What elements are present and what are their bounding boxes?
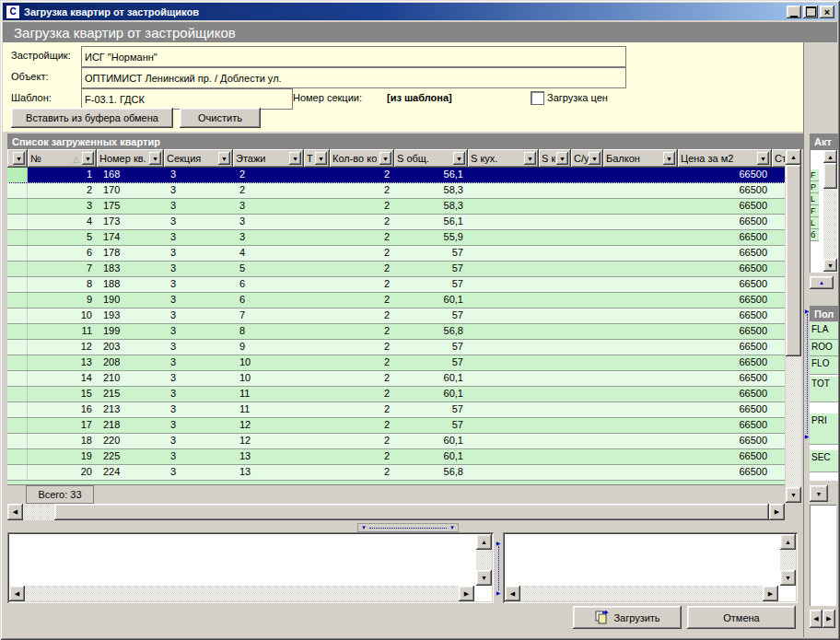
- grid-row[interactable]: 15215311260,166500: [7, 387, 785, 402]
- grid-row[interactable]: 1621331125766500: [7, 402, 785, 418]
- maximize-button[interactable]: [803, 6, 818, 18]
- column-header[interactable]: №: [28, 149, 97, 168]
- grid-row[interactable]: 1119938256,866500: [7, 324, 785, 340]
- grid-row[interactable]: 317533258,366500: [7, 199, 785, 215]
- grid-row[interactable]: 116832256,166500: [7, 168, 785, 183]
- scroll-left-button[interactable]: [505, 586, 520, 601]
- scroll-up-button[interactable]: [780, 534, 796, 550]
- grid-hscrollbar[interactable]: [7, 504, 785, 520]
- field-list-item[interactable]: TOT: [810, 377, 838, 402]
- paste-from-clipboard-button[interactable]: Вставить из буфера обмена: [11, 108, 173, 128]
- grid-row[interactable]: 1320831025766500: [7, 355, 785, 371]
- column-header[interactable]: Кол-во ко: [330, 149, 394, 168]
- list-item-fragment[interactable]: Р: [811, 181, 819, 193]
- grid-row[interactable]: 122033925766500: [7, 340, 785, 355]
- column-header[interactable]: С/у: [571, 149, 603, 168]
- scroll-up-button[interactable]: [823, 150, 837, 163]
- column-header[interactable]: S кух.: [468, 149, 539, 168]
- filter-dropdown-button[interactable]: [82, 152, 94, 165]
- scroll-left-button[interactable]: [810, 610, 822, 628]
- developer-input[interactable]: [81, 46, 626, 67]
- collapse-button[interactable]: ▲: [810, 276, 834, 289]
- scroll-down-button[interactable]: [786, 487, 801, 503]
- column-header[interactable]: S общ.: [394, 149, 468, 168]
- filter-dropdown-button[interactable]: [589, 152, 601, 165]
- hscroll-track[interactable]: [520, 586, 763, 601]
- scroll-left-button[interactable]: [7, 504, 23, 520]
- right-textarea-vscrollbar[interactable]: [780, 534, 796, 586]
- field-list-item[interactable]: FLO: [810, 356, 838, 375]
- column-header[interactable]: [7, 149, 28, 168]
- list-item-fragment[interactable]: F: [811, 169, 819, 181]
- grid-row[interactable]: 61783425766500: [7, 246, 785, 262]
- column-header[interactable]: Цена за м2: [678, 149, 772, 168]
- grid-row[interactable]: 217032258,366500: [7, 183, 785, 199]
- filter-dropdown-button[interactable]: [757, 152, 769, 165]
- object-input[interactable]: [81, 67, 626, 88]
- column-header[interactable]: Секция: [164, 149, 233, 168]
- vscroll-track[interactable]: [823, 189, 837, 259]
- scroll-right-button[interactable]: [769, 504, 785, 520]
- cancel-button[interactable]: Отмена: [687, 606, 796, 629]
- vertical-splitter[interactable]: ▶ ▶: [494, 532, 503, 603]
- grid-row[interactable]: 19225313260,166500: [7, 449, 785, 465]
- filter-dropdown-button[interactable]: [315, 152, 327, 165]
- actions-list-vscrollbar[interactable]: [823, 150, 837, 272]
- grid-row[interactable]: 417333256,166500: [7, 215, 785, 230]
- grid-row[interactable]: 18220312260,166500: [7, 434, 785, 449]
- field-list-item[interactable]: FLA: [810, 322, 838, 340]
- clear-button[interactable]: Очистить: [180, 108, 261, 128]
- right-textarea[interactable]: [503, 532, 798, 603]
- grid-row[interactable]: 1721831225766500: [7, 418, 785, 434]
- scroll-left-button[interactable]: [9, 586, 25, 601]
- field-list-item[interactable]: ROO: [810, 340, 838, 356]
- scroll-right-button[interactable]: [459, 586, 474, 601]
- filter-dropdown-button[interactable]: [453, 152, 465, 165]
- grid-row[interactable]: 919036260,166500: [7, 293, 785, 308]
- grid-row[interactable]: 71833525766500: [7, 262, 785, 277]
- column-header[interactable]: Ст: [772, 149, 785, 168]
- scroll-right-button[interactable]: [763, 586, 778, 601]
- left-textarea-vscrollbar[interactable]: [476, 534, 492, 586]
- filter-dropdown-button[interactable]: [379, 152, 391, 165]
- filter-dropdown-button[interactable]: [149, 152, 161, 165]
- list-item-fragment[interactable]: L: [811, 217, 819, 229]
- scroll-right-button[interactable]: [822, 610, 835, 628]
- right-panel-hscrollbar[interactable]: [810, 610, 835, 628]
- column-header[interactable]: Т: [304, 149, 330, 168]
- field-list-item[interactable]: SEC: [810, 450, 838, 472]
- close-button[interactable]: [820, 6, 834, 18]
- fields-dropdown-button[interactable]: ▼: [810, 485, 828, 502]
- filter-dropdown-button[interactable]: [663, 152, 675, 165]
- vscroll-thumb[interactable]: [823, 163, 837, 189]
- scroll-up-button[interactable]: [786, 149, 801, 165]
- column-header[interactable]: Балкон: [603, 149, 678, 168]
- grid-row[interactable]: 517433255,966500: [7, 230, 785, 246]
- grid-row[interactable]: 14210310260,166500: [7, 371, 785, 387]
- vscroll-track[interactable]: [476, 550, 492, 570]
- grid-vscrollbar[interactable]: [786, 149, 801, 503]
- list-item-fragment[interactable]: F: [811, 205, 819, 217]
- column-header[interactable]: Номер кв.: [97, 149, 164, 168]
- list-item-fragment[interactable]: L: [811, 193, 819, 205]
- vscroll-track[interactable]: [780, 550, 796, 570]
- hscroll-track[interactable]: [25, 586, 459, 601]
- grid-row[interactable]: 81883625766500: [7, 277, 785, 293]
- horizontal-splitter[interactable]: ▼ ▼: [357, 523, 459, 532]
- scroll-down-button[interactable]: [476, 570, 492, 586]
- right-textarea-hscrollbar[interactable]: [505, 586, 778, 601]
- vscroll-track[interactable]: [786, 356, 801, 487]
- left-textarea-hscrollbar[interactable]: [9, 586, 474, 601]
- hscroll-track[interactable]: [23, 504, 54, 520]
- scroll-down-button[interactable]: [823, 259, 837, 272]
- scroll-up-button[interactable]: [476, 534, 492, 550]
- hscroll-thumb[interactable]: [54, 504, 769, 520]
- grid-row[interactable]: 101933725766500: [7, 308, 785, 324]
- column-header[interactable]: Этажи: [233, 149, 304, 168]
- filter-dropdown-button[interactable]: [218, 152, 230, 165]
- scroll-down-button[interactable]: [780, 570, 796, 586]
- column-header[interactable]: S к: [539, 149, 571, 168]
- filter-dropdown-button[interactable]: [556, 152, 568, 165]
- load-prices-checkbox[interactable]: [531, 91, 544, 105]
- filter-dropdown-button[interactable]: [13, 152, 25, 165]
